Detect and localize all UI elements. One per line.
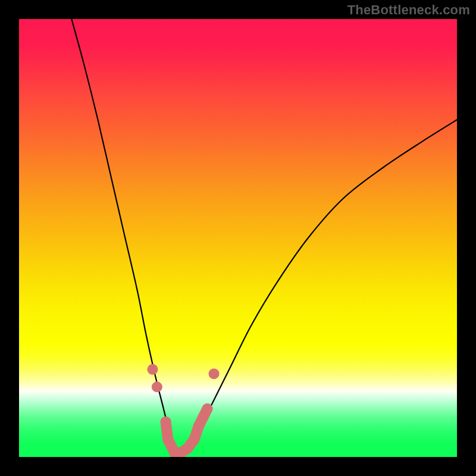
- marker-dot: [152, 381, 162, 392]
- marker-group: [147, 364, 219, 457]
- plot-area: [19, 19, 457, 457]
- marker-dot: [147, 364, 158, 375]
- chart-svg: [19, 19, 457, 457]
- marker-dot: [182, 443, 193, 453]
- marker-dot: [202, 403, 212, 414]
- watermark-text: TheBottleneck.com: [347, 2, 470, 18]
- marker-dot: [162, 434, 173, 445]
- bottleneck-curve: [71, 19, 457, 454]
- marker-dot: [189, 434, 199, 445]
- chart-frame: TheBottleneck.com: [0, 0, 476, 476]
- marker-dot: [161, 416, 171, 427]
- marker-dot: [209, 368, 220, 379]
